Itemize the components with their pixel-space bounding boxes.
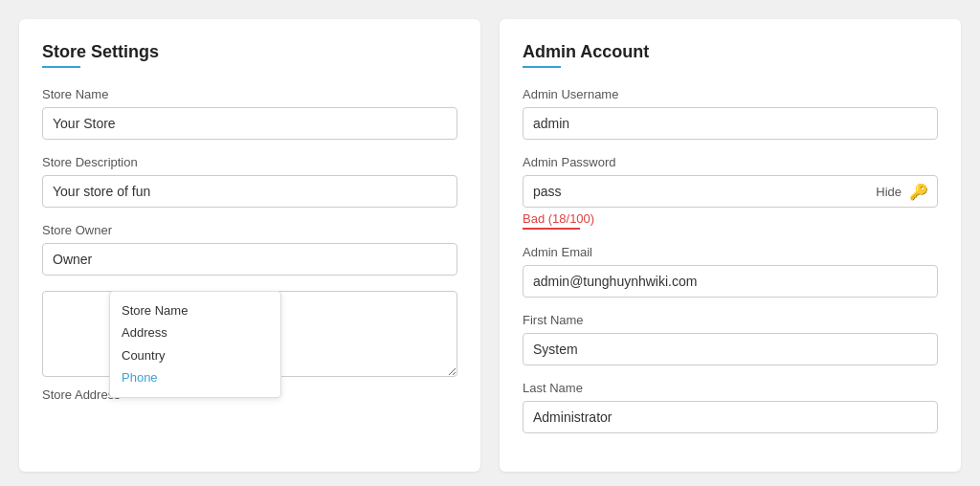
admin-username-input[interactable] [523, 107, 938, 140]
admin-email-label: Admin Email [523, 245, 938, 259]
password-strength-bar [523, 228, 580, 230]
store-name-label: Store Name [42, 87, 457, 101]
store-address-wrapper: Store Name Address Country Phone [42, 291, 457, 380]
first-name-label: First Name [523, 313, 938, 327]
admin-password-label: Admin Password [523, 155, 938, 169]
admin-account-title: Admin Account [523, 42, 938, 62]
admin-username-label: Admin Username [523, 87, 938, 101]
dropdown-item-store-name[interactable]: Store Name [122, 299, 269, 321]
store-name-input[interactable] [42, 107, 457, 140]
first-name-group: First Name [523, 313, 938, 365]
store-settings-title: Store Settings [42, 42, 457, 62]
store-description-label: Store Description [42, 155, 457, 169]
dropdown-item-phone[interactable]: Phone [122, 366, 269, 388]
hide-password-button[interactable]: Hide [876, 185, 902, 199]
password-actions: Hide 🔑 [876, 183, 928, 201]
first-name-input[interactable] [523, 333, 938, 365]
admin-password-group: Admin Password Hide 🔑 Bad (18/100) [523, 155, 938, 230]
admin-email-group: Admin Email [523, 245, 938, 298]
store-owner-label: Store Owner [42, 223, 457, 237]
admin-username-group: Admin Username [523, 87, 938, 140]
store-settings-card: Store Settings Store Name Store Descript… [19, 19, 480, 472]
dropdown-item-address[interactable]: Address [122, 321, 269, 343]
password-strength-text: Bad (18/100) [523, 211, 938, 226]
store-name-group: Store Name [42, 87, 457, 140]
last-name-label: Last Name [523, 381, 938, 395]
main-container: Store Settings Store Name Store Descript… [19, 19, 961, 472]
admin-account-card: Admin Account Admin Username Admin Passw… [500, 19, 961, 472]
store-description-group: Store Description [42, 155, 457, 208]
dropdown-item-country[interactable]: Country [122, 344, 269, 366]
admin-password-wrapper: Hide 🔑 [523, 175, 938, 208]
admin-account-underline [523, 66, 561, 68]
password-strength-indicator: Bad (18/100) [523, 211, 938, 230]
last-name-input[interactable] [523, 401, 938, 433]
store-settings-underline [42, 66, 80, 68]
address-dropdown-suggestion[interactable]: Store Name Address Country Phone [109, 291, 281, 398]
store-owner-group: Store Owner [42, 223, 457, 276]
last-name-group: Last Name [523, 381, 938, 433]
admin-email-input[interactable] [523, 265, 938, 298]
store-owner-input[interactable] [42, 243, 457, 276]
store-description-input[interactable] [42, 175, 457, 208]
store-address-group: Store Name Address Country Phone Store A… [42, 291, 457, 402]
key-icon: 🔑 [909, 183, 928, 201]
